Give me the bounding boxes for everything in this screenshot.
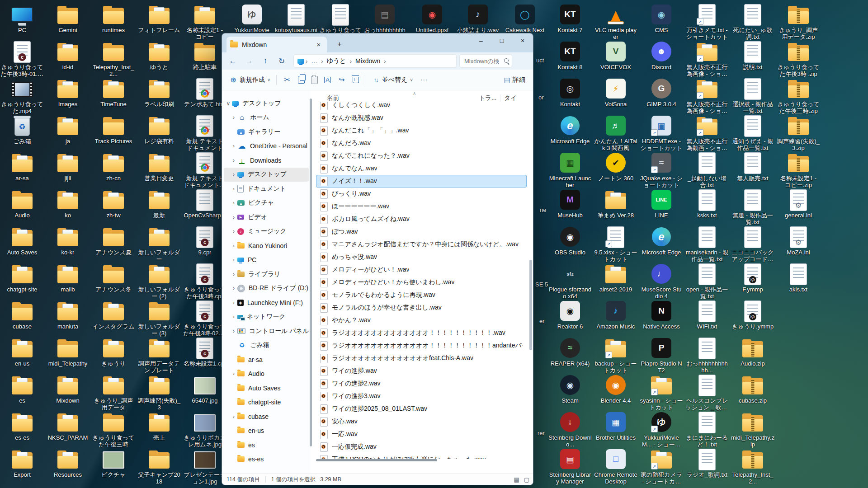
desktop-icon[interactable]: インスタグラム <box>92 300 135 330</box>
file-row[interactable]: ぼつ.wav <box>316 225 527 238</box>
file-row[interactable]: 王道J-POPのつもりがほぼ吹奏楽になっちゃった.wav <box>316 453 527 459</box>
chevron-right-icon[interactable]: › <box>230 271 237 277</box>
new-button[interactable]: ⊕ 新規作成∨ <box>226 72 274 88</box>
file-row[interactable]: マニアさんラジオ配信まだですか？中身には関係ないけど。.wav <box>316 238 527 251</box>
desktop-icon[interactable]: malib <box>46 263 90 293</box>
desktop-icon[interactable]: eMicrosoft Edge <box>548 115 592 145</box>
desktop-icon[interactable]: ↗syasinn - ショートカット <box>640 374 683 411</box>
desktop-icon[interactable]: Images <box>46 78 90 108</box>
desktop-icon[interactable]: ⚙general.ini <box>777 189 820 219</box>
sidebar-item[interactable]: chatgpt-site <box>224 395 309 410</box>
desktop-icon[interactable]: ▤Steinberg Library Manager <box>548 448 592 485</box>
desktop-icon[interactable]: 新しいフォルダー (3) <box>137 300 181 337</box>
desktop-icon[interactable]: ♪小銭詰まり.wav <box>456 4 500 33</box>
desktop-icon[interactable]: ksks.txt <box>685 189 729 219</box>
desktop-icon[interactable]: 名称未設定1 - コピー <box>183 4 226 40</box>
desktop-icon[interactable]: chatgpt-site <box>0 263 44 293</box>
desktop-icon[interactable]: ゆ↗YukkuriMovieM... - ショートカット <box>640 411 683 448</box>
desktop-icon[interactable]: KTKontakt 8 <box>548 41 592 70</box>
large-icons-layout-icon[interactable]: ▢ <box>524 476 529 483</box>
desktop-icon[interactable]: ☻Discord <box>640 41 683 70</box>
desktop-icon[interactable]: VLC media player <box>594 4 637 40</box>
sidebar-item[interactable]: en-us <box>224 424 309 438</box>
desktop-icon[interactable]: ja <box>46 115 90 145</box>
desktop-icon[interactable]: ♩MuseScore Studio 4 <box>640 263 683 300</box>
desktop-icon[interactable]: きゅうり食ってた午後三時 <box>92 411 135 448</box>
chevron-right-icon[interactable]: › <box>230 413 237 420</box>
sort-button[interactable]: ↑↓ 並べ替え∨ <box>368 72 416 88</box>
desktop-icon[interactable]: ▣↗HDDFMT.exe - ショートカット <box>640 115 683 151</box>
desktop-icon[interactable]: zh-tw <box>92 189 135 219</box>
desktop-icon[interactable]: きゅうりボカコレ用ムネ.jpg <box>183 411 226 448</box>
sidebar-item[interactable]: ›ドキュメント <box>224 182 309 196</box>
chevron-right-icon[interactable]: › <box>230 228 237 235</box>
column-track[interactable]: トラ... <box>479 94 496 102</box>
chevron-right-icon[interactable]: › <box>230 285 237 291</box>
desktop-icon[interactable]: ニコニコバックアップコード.txt <box>731 226 774 263</box>
desktop-icon[interactable]: akis.txt <box>777 263 820 293</box>
cut-button[interactable]: ✂ <box>279 72 295 88</box>
sidebar-item[interactable]: ∨デスクトップ <box>224 96 309 111</box>
minimize-button[interactable]: – <box>471 33 491 48</box>
sidebar-item[interactable]: ›Launchkey Mini (F:) <box>224 296 309 310</box>
desktop-icon[interactable]: 調声用データテンプレート <box>137 337 181 374</box>
chevron-right-icon[interactable]: › <box>230 200 237 206</box>
details-layout-icon[interactable]: ▤ <box>514 476 519 483</box>
desktop-icon[interactable]: cきゅうり食ってた午後3時.cpr <box>183 263 226 300</box>
desktop-icon[interactable]: midi_Telepathy <box>46 337 90 367</box>
desktop-icon[interactable]: Export <box>0 448 44 478</box>
file-row[interactable]: ボカロ風ってムズイね.wav <box>316 213 527 225</box>
chevron-right-icon[interactable]: › <box>230 243 237 249</box>
desktop-icon[interactable]: 通知うぜえ - 親作品一覧.txt <box>731 115 774 151</box>
desktop-icon[interactable]: きゅうり <box>92 337 135 367</box>
desktop-icon[interactable]: es <box>0 374 44 404</box>
desktop-icon[interactable]: 新しいフォルダー (2) <box>137 263 181 300</box>
desktop-icon[interactable]: WIFI.txt <box>685 300 729 330</box>
desktop-icon[interactable]: id-id <box>46 41 90 70</box>
desktop-icon[interactable]: レジ袋有料 <box>137 115 181 145</box>
desktop-icon[interactable]: ヘルスコンプレッション＿歌詞.txt <box>685 374 729 411</box>
chevron-right-icon[interactable]: › <box>230 143 237 149</box>
file-row[interactable]: 一応.wav <box>316 428 527 441</box>
chevron-right-icon[interactable]: › <box>230 257 237 263</box>
file-row[interactable]: ほーーーーーー.wav <box>316 200 527 213</box>
desktop-icon[interactable]: es-es <box>0 411 44 441</box>
desktop-icon[interactable]: 無人販売.txt <box>731 152 774 182</box>
desktop-icon[interactable]: midi_Telepathy.zip <box>731 411 774 448</box>
file-row[interactable]: やかん？.wav <box>316 314 527 327</box>
search-input[interactable] <box>463 57 504 65</box>
horizontal-scrollbar[interactable] <box>316 459 524 461</box>
explorer-tab-mixdown[interactable]: Mixdown × <box>226 37 327 52</box>
desktop-icon[interactable]: ko <box>46 189 90 219</box>
file-row[interactable]: なんでこれになった？.wav <box>316 150 527 162</box>
up-button[interactable]: ↑ <box>257 54 274 68</box>
file-row[interactable]: びっくり.wav <box>316 188 527 200</box>
sidebar-item[interactable]: ›ビデオ <box>224 210 309 225</box>
sidebar-item[interactable]: ›コントロール パネル <box>224 324 309 338</box>
tab-close-icon[interactable]: × <box>314 40 323 49</box>
file-row[interactable]: なんでなん.wav <box>316 162 527 175</box>
desktop-icon[interactable]: 選択肢 - 親作品一覧.txt <box>731 78 774 114</box>
file-row[interactable]: なんだこれ「」「」」.wav <box>316 124 527 137</box>
sidebar-item[interactable]: es-es <box>224 452 309 467</box>
desktop-icon[interactable]: アナウンス夏 <box>92 226 135 256</box>
desktop-icon[interactable]: airset2-2019 <box>594 263 637 293</box>
vertical-scrollbar[interactable] <box>529 104 532 457</box>
desktop-icon[interactable]: Auto Saves <box>0 226 44 256</box>
desktop-icon[interactable]: Audio.zip <box>731 337 774 367</box>
desktop-icon[interactable]: 65407.jpg <box>183 374 226 404</box>
desktop-icon[interactable]: manisekarin - 親作品一覧.txt <box>685 226 729 263</box>
desktop-icon[interactable]: ↗無人販売不正行為画像 - ショートカット <box>685 78 729 114</box>
desktop-icon[interactable]: 名称未設定1 - コピー.zip <box>777 152 820 188</box>
desktop-icon[interactable]: Telepathy_Inst_2... <box>731 448 774 485</box>
chevron-right-icon[interactable]: › <box>230 114 237 121</box>
desktop-icon[interactable]: sfzPlogue sforzando x64 <box>548 263 592 300</box>
copy-button[interactable] <box>295 72 308 88</box>
file-row[interactable]: ワイの進捗.wav <box>316 365 527 377</box>
breadcrumb-yuuto[interactable]: ゆうと <box>325 56 349 66</box>
desktop-icon[interactable]: open - 親作品一覧.txt <box>685 263 729 300</box>
desktop-icon[interactable]: ♻ごみ箱 <box>0 115 44 145</box>
desktop-icon[interactable]: Gemini <box>46 4 90 33</box>
desktop-icon[interactable]: 路上駐車 <box>183 41 226 70</box>
sidebar-item[interactable]: ›cubase <box>224 409 309 424</box>
